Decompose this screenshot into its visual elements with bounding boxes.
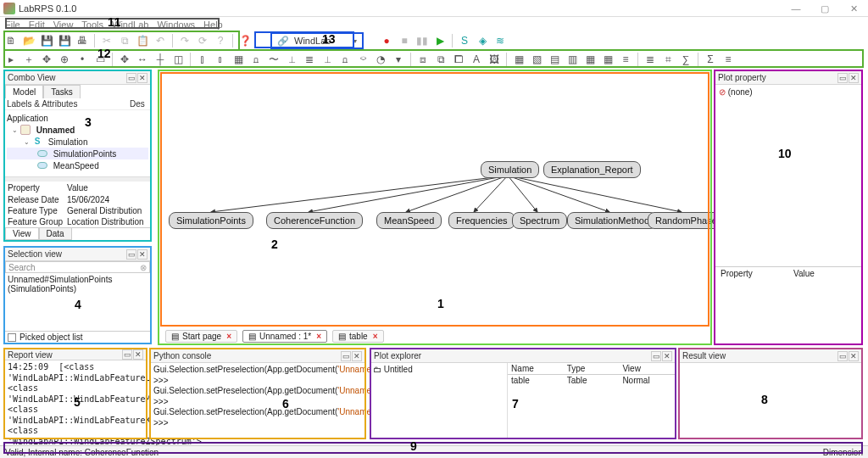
box-icon[interactable]: ▭ (92, 52, 108, 67)
chart3-icon[interactable]: ⫾ (213, 52, 228, 67)
undock-icon[interactable]: ▭ (126, 249, 136, 260)
selection-item[interactable]: Unnamed#SimulationPoints (SimulationPoin… (8, 275, 112, 293)
grid3-icon[interactable]: ▥ (565, 52, 580, 67)
table3-icon[interactable]: ⌗ (660, 52, 676, 67)
selection-search-input[interactable]: Search⊗ (5, 261, 150, 273)
table2-icon[interactable]: ≣ (643, 52, 658, 67)
report-view-header[interactable]: Report view▭✕ (5, 349, 146, 360)
close-icon[interactable]: ✕ (849, 351, 859, 361)
tree-child-1[interactable]: MeanSpeed (53, 161, 99, 170)
view-tab[interactable]: ▤table× (332, 330, 384, 343)
chart9-icon[interactable]: ⟂ (320, 52, 335, 67)
undock-icon[interactable]: ▭ (126, 73, 136, 83)
node-explanation-report[interactable]: Explanation_Report (543, 161, 641, 178)
combo-tab-tasks[interactable]: Tasks (43, 85, 81, 98)
grid2-icon[interactable]: ▤ (547, 52, 562, 67)
chart5-icon[interactable]: ⩍ (248, 52, 264, 67)
tree-child-0[interactable]: SimulationPoints (53, 149, 116, 159)
expand-icon[interactable]: ⌄ (22, 138, 31, 146)
menu-windlab[interactable]: WindLab (112, 20, 148, 30)
eq-icon[interactable]: ≡ (721, 52, 736, 67)
close-icon[interactable]: ✕ (662, 351, 672, 361)
close-tab-icon[interactable]: × (373, 332, 378, 341)
chart1-icon[interactable]: ◫ (170, 52, 186, 67)
cube3-icon[interactable]: ⧠ (451, 52, 466, 67)
cut-icon[interactable]: ✂ (99, 33, 114, 48)
close-icon[interactable]: ✕ (133, 349, 143, 360)
img-icon[interactable]: 🖼 (487, 52, 502, 67)
combo-bottom-tab-view[interactable]: View (5, 228, 39, 240)
property-row[interactable]: Release Date15/06/2024 (5, 194, 150, 205)
sim-diamond-icon[interactable]: ◈ (475, 33, 490, 48)
grid4-icon[interactable]: ▦ (582, 52, 598, 67)
undock-icon[interactable]: ▭ (837, 73, 848, 83)
text-icon[interactable]: A (469, 52, 484, 67)
workbench-selector[interactable]: 🔗WindLab▾ (270, 32, 364, 49)
3d-view[interactable]: Simulation Explanation_Report Simulation… (160, 72, 709, 344)
property-row[interactable]: Feature TypeGeneral Distribution (5, 205, 150, 216)
clear-icon[interactable]: ⊗ (140, 263, 147, 272)
cube2-icon[interactable]: ⧉ (433, 52, 448, 67)
chart2-icon[interactable]: ⫿ (195, 52, 210, 67)
chart8-icon[interactable]: ≣ (302, 52, 317, 67)
menu-edit[interactable]: Edit (29, 20, 45, 30)
dot-icon[interactable]: • (75, 52, 90, 67)
close-icon[interactable]: ✕ (137, 249, 147, 260)
px-col-view[interactable]: View (619, 363, 675, 374)
minimize-button[interactable]: — (782, 0, 810, 17)
node-frequencies[interactable]: Frequencies (448, 212, 515, 229)
undo-icon[interactable]: ↶ (153, 33, 168, 48)
stop-icon[interactable]: ■ (397, 33, 412, 48)
menu-view[interactable]: View (53, 20, 74, 30)
menu-windows[interactable]: Windows (157, 20, 195, 30)
undock-icon[interactable]: ▭ (341, 351, 351, 361)
px-col-type[interactable]: Type (564, 363, 620, 374)
chart4-icon[interactable]: ▦ (231, 52, 246, 67)
wave-icon[interactable]: ≋ (492, 33, 508, 48)
result-view-header[interactable]: Result view▭✕ (680, 349, 861, 363)
undock-icon[interactable]: ▭ (837, 351, 848, 361)
px-col-name[interactable]: Name (508, 363, 564, 374)
help-icon[interactable]: ? (213, 33, 228, 48)
chart7-icon[interactable]: ⟂ (284, 52, 299, 67)
node-coherencefunction[interactable]: CoherenceFunction (266, 212, 363, 229)
grid5-icon[interactable]: ▦ (600, 52, 615, 67)
picked-checkbox[interactable] (8, 333, 16, 342)
undock-icon[interactable]: ▭ (651, 351, 661, 361)
record-icon[interactable]: ● (379, 33, 394, 48)
refresh-icon[interactable]: ⟳ (195, 33, 210, 48)
plus-icon[interactable]: ＋ (21, 52, 36, 67)
combo-tab-model[interactable]: Model (5, 85, 43, 98)
sum-icon[interactable]: ∑ (678, 52, 693, 67)
paste-icon[interactable]: 📋 (135, 33, 150, 48)
chart6-icon[interactable]: 〜 (266, 52, 281, 67)
clock-icon[interactable]: ▾ (391, 52, 406, 67)
chart10-icon[interactable]: ⩍ (337, 52, 353, 67)
table1-icon[interactable]: ≡ (618, 52, 633, 67)
print-icon[interactable]: 🖶 (75, 33, 90, 48)
copy-icon[interactable]: ⧉ (117, 33, 132, 48)
globe-icon[interactable]: ⊕ (57, 52, 72, 67)
target-icon[interactable]: ✥ (39, 52, 54, 67)
view-tab[interactable]: ▤Start page× (165, 330, 237, 343)
move-icon[interactable]: ✥ (117, 52, 132, 67)
node-simulationmethod[interactable]: SimulationMethod (567, 212, 657, 229)
node-simulationpoints[interactable]: SimulationPoints (169, 212, 253, 229)
chart11-icon[interactable]: ⌔ (355, 52, 370, 67)
node-meanspeed[interactable]: MeanSpeed (376, 212, 442, 229)
grid-icon[interactable]: ▧ (529, 52, 544, 67)
close-icon[interactable]: ✕ (849, 73, 859, 83)
close-icon[interactable]: ✕ (137, 73, 147, 83)
tree-doc[interactable]: Unnamed (36, 126, 75, 135)
play-icon[interactable]: ▶ (432, 33, 448, 48)
ruler-icon[interactable]: ┼ (153, 52, 168, 67)
open-icon[interactable]: 📂 (21, 33, 36, 48)
python-body[interactable]: Gui.Selection.setPreselection(App.getDoc… (151, 363, 364, 430)
close-button[interactable]: ✕ (839, 0, 868, 17)
chart12-icon[interactable]: ◔ (373, 52, 388, 67)
file-icon[interactable]: 🗎 (3, 33, 19, 48)
palette-icon[interactable]: ▦ (511, 52, 526, 67)
menu-help[interactable]: Help (203, 20, 223, 30)
selection-view-header[interactable]: Selection view▭✕ (5, 248, 150, 261)
saveall-icon[interactable]: 💾 (57, 33, 72, 48)
